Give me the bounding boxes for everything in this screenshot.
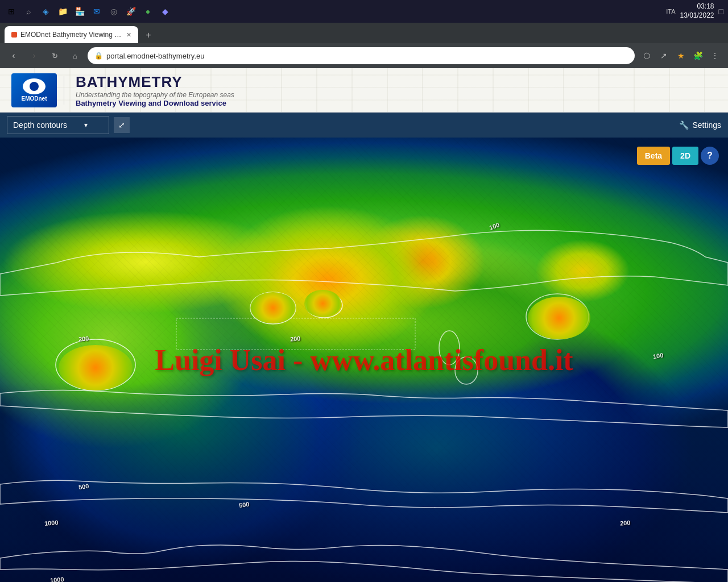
header-service: Bathymetry Viewing and Download service [76, 99, 234, 107]
url-text[interactable]: portal.emodnet-bathymetry.eu [106, 52, 204, 60]
emodnet-logo: EMODnet [11, 73, 57, 107]
back-button[interactable]: ‹ [6, 48, 22, 64]
logo-text: EMODnet [22, 95, 47, 102]
browser-actions: ⬡ ↗ ★ 🧩 ⋮ [639, 48, 722, 63]
chrome-icon[interactable]: ● [141, 5, 155, 18]
svg-point-5 [455, 357, 478, 384]
map-container[interactable]: 100 200 200 100 500 500 1000 1000 200 50… [0, 138, 728, 582]
date-display: 13/01/2022 [680, 11, 714, 20]
refresh-button[interactable]: ↻ [47, 48, 63, 64]
browser2-icon[interactable]: ◎ [107, 5, 121, 18]
logo-eye-icon [23, 78, 46, 94]
app-icon[interactable]: ◆ [158, 5, 172, 18]
view-2d-button[interactable]: 2D [672, 147, 698, 165]
help-button[interactable]: ? [701, 147, 719, 165]
tab-close-button[interactable]: ✕ [126, 31, 131, 39]
edge-icon[interactable]: ◈ [39, 5, 52, 18]
svg-rect-6 [176, 318, 415, 350]
mound-center2 [304, 290, 341, 317]
mound-center1 [250, 292, 296, 323]
browser-tab-active[interactable]: EMODnet Bathymetry Viewing a... ✕ [5, 26, 138, 43]
clock: 03:18 13/01/2022 [680, 2, 714, 20]
depth-contours-label: Depth contours [13, 120, 67, 130]
mound-right [528, 297, 590, 339]
notifications-icon[interactable]: □ [719, 7, 723, 16]
taskbar: ⊞ ⌕ ◈ 📁 🏪 ✉ ◎ 🚀 ● ◆ ITA 03:18 13/01/2022… [0, 0, 728, 23]
taskbar-right: ITA 03:18 13/01/2022 □ [666, 2, 723, 20]
address-bar-row: ‹ › ↻ ⌂ 🔒 portal.emodnet-bathymetry.eu ⬡… [0, 43, 728, 68]
mound-left [59, 345, 133, 390]
tab-favicon [11, 32, 17, 38]
tab-title: EMODnet Bathymetry Viewing a... [20, 31, 123, 39]
settings-button[interactable]: 🔧 Settings [679, 120, 721, 130]
expand-button[interactable]: ⤢ [114, 117, 130, 133]
start-button[interactable]: ⊞ [5, 5, 18, 18]
app-header: EMODnet BATHYMETRY Understanding the top… [0, 68, 728, 113]
browser: EMODnet Bathymetry Viewing a... ✕ + ‹ › … [0, 23, 728, 68]
tab-bar: EMODnet Bathymetry Viewing a... ✕ + [0, 23, 728, 43]
search-icon[interactable]: ⌕ [22, 5, 35, 18]
settings-label: Settings [692, 120, 721, 130]
home-button[interactable]: ⌂ [67, 48, 83, 64]
explorer-icon[interactable]: 📁 [56, 5, 69, 18]
beta-button[interactable]: Beta [637, 147, 670, 165]
new-tab-button[interactable]: + [140, 27, 156, 43]
header-divider [64, 76, 64, 105]
time-display: 03:18 [680, 2, 714, 11]
dropdown-chevron-icon: ▾ [84, 121, 88, 129]
extensions-icon[interactable]: 🧩 [690, 48, 705, 63]
share-icon[interactable]: ↗ [656, 48, 671, 63]
forward-button[interactable]: › [26, 48, 42, 64]
svg-point-4 [439, 331, 460, 365]
address-bar[interactable]: 🔒 portal.emodnet-bathymetry.eu [88, 47, 635, 64]
rocket-icon[interactable]: 🚀 [124, 5, 138, 18]
bookmark-icon[interactable]: ★ [673, 48, 688, 63]
profile-icon[interactable]: ⬡ [639, 48, 654, 63]
page-title: BATHYMETRY [76, 73, 234, 91]
depth-contours-dropdown[interactable]: Depth contours ▾ [7, 116, 109, 134]
taskbar-left: ⊞ ⌕ ◈ 📁 🏪 ✉ ◎ 🚀 ● ◆ [5, 5, 172, 18]
header-subtitle: Understanding the topography of the Euro… [76, 91, 234, 99]
language-indicator: ITA [666, 8, 675, 15]
toolbar: Depth contours ▾ ⤢ 🔧 Settings [0, 113, 728, 138]
menu-icon[interactable]: ⋮ [708, 48, 722, 63]
toolbar-left: Depth contours ▾ ⤢ [7, 116, 130, 134]
store-icon[interactable]: 🏪 [73, 5, 86, 18]
settings-wrench-icon: 🔧 [679, 120, 689, 130]
mail-icon[interactable]: ✉ [90, 5, 104, 18]
bathymetry-area: BATHYMETRY Understanding the topography … [76, 73, 234, 107]
logo-area: EMODnet [11, 73, 64, 107]
map-buttons: Beta 2D ? [637, 147, 719, 165]
ssl-lock-icon: 🔒 [94, 52, 103, 60]
